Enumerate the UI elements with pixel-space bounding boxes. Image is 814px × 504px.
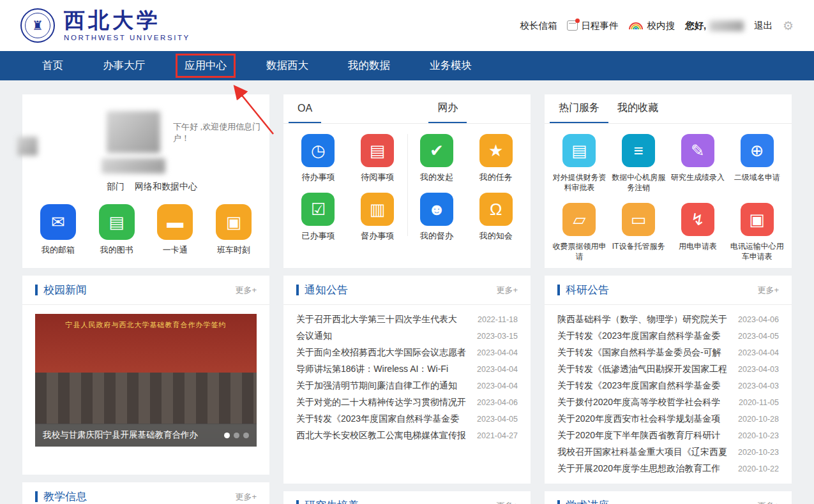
notice-item[interactable]: 导师讲坛第186讲：Wireless AI：Wi-Fi 2023-04-04 — [296, 361, 518, 378]
my-tasks-icon[interactable]: ★ — [479, 134, 513, 167]
teaching-info-more-link[interactable]: 更多+ — [235, 491, 257, 503]
oa-app[interactable]: ✔ 我的发起 — [407, 134, 467, 182]
graduate-more-link[interactable]: 更多+ — [496, 500, 518, 504]
news-photo-crowd — [35, 373, 257, 424]
notification-dot — [575, 19, 580, 23]
my-initiated-icon[interactable]: ✔ — [420, 134, 453, 167]
quick-app[interactable]: ▬ 一卡通 — [157, 204, 193, 255]
my-supervision-icon[interactable]: ☻ — [420, 193, 453, 226]
it-hosting-icon[interactable]: ▭ — [622, 203, 655, 236]
nav-item-data-nwu[interactable]: 数据西大 — [257, 54, 317, 78]
service-app[interactable]: ↯ 用电申请表 — [668, 203, 728, 262]
tab-hot-services[interactable]: 热门服务 — [550, 94, 608, 123]
oa-app[interactable]: ☑ 已办事项 — [289, 193, 348, 241]
campus-news-more-link[interactable]: 更多+ — [235, 285, 257, 296]
notice-item[interactable]: 西北大学长安校区教工公寓电梯媒体宣传报 2021-04-27 — [296, 427, 518, 444]
service-app[interactable]: ⊕ 二级域名申请 — [727, 134, 787, 193]
research-item[interactable]: 陕西基础科学（数学、物理学）研究院关于 2023-04-06 — [557, 311, 779, 328]
vehicle-icon[interactable]: ▣ — [741, 203, 774, 236]
grades-icon[interactable]: ✎ — [681, 134, 714, 167]
research-item[interactable]: 关于转发《低渗透油气田勘探开发国家工程 2023-04-03 — [557, 361, 779, 378]
oa-app[interactable]: ☻ 我的督办 — [407, 193, 467, 241]
todo-icon[interactable]: ◷ — [301, 134, 335, 167]
oa-app[interactable]: ▤ 待阅事项 — [348, 134, 407, 182]
service-app[interactable]: ✎ 研究生成绩录入 — [668, 134, 728, 193]
app-glyph: ★ — [488, 141, 503, 161]
datacenter-icon[interactable]: ≡ — [622, 134, 655, 167]
campus-search-label: 校内搜 — [647, 20, 675, 32]
news-photo[interactable]: 宁县人民政府与西北大学基础教育合作办学签约 我校与甘肃庆阳宁县开展基础教育合作办 — [35, 314, 257, 447]
research-item-date: 2020-10-23 — [738, 431, 779, 440]
nav-item-business-modules[interactable]: 业务模块 — [421, 54, 481, 78]
notice-item[interactable]: 关于加强清明节期间廉洁自律工作的通知 2023-04-04 — [296, 378, 518, 394]
mail-icon[interactable]: ✉ — [40, 204, 76, 240]
app-glyph: ↯ — [691, 210, 705, 230]
lectures-more-link[interactable]: 更多+ — [757, 500, 779, 504]
card-icon[interactable]: ▬ — [157, 204, 193, 240]
notices-more-link[interactable]: 更多+ — [496, 285, 518, 296]
quick-app[interactable]: ▣ 班车时刻 — [216, 204, 252, 255]
tickets-icon[interactable]: ▱ — [562, 203, 596, 236]
bus-icon[interactable]: ▣ — [216, 204, 252, 240]
oa-app[interactable]: ◷ 待办事项 — [289, 134, 348, 182]
logout-button[interactable]: 退出 — [754, 20, 773, 32]
service-app[interactable]: ≡ 数据中心机房服务注销 — [609, 134, 668, 193]
settings-gear-icon[interactable]: ⚙ — [783, 20, 794, 32]
services-tabs: 热门服务 我的收藏 — [545, 94, 792, 124]
app-glyph: ▤ — [370, 141, 386, 161]
tab-oa[interactable]: OA — [289, 94, 321, 123]
book-icon[interactable]: ▤ — [99, 204, 135, 240]
research-item[interactable]: 关于拨付2020年度高等学校哲学社会科学 2020-11-05 — [557, 394, 779, 411]
done-icon[interactable]: ☑ — [301, 193, 335, 226]
toread-icon[interactable]: ▤ — [361, 134, 394, 167]
domain-icon[interactable]: ⊕ — [741, 134, 774, 167]
service-app[interactable]: ▣ 电讯运输中心用车申请表 — [727, 203, 787, 262]
president-mailbox-link[interactable]: 校长信箱 — [520, 20, 557, 32]
carousel-dot-1[interactable] — [224, 433, 230, 438]
notice-item[interactable]: 关于对党的二十大精神传达学习贯彻情况开 2023-04-06 — [296, 394, 518, 411]
notice-item[interactable]: 关于转发《2023年度国家自然科学基金委 2023-04-05 — [296, 411, 518, 427]
university-logo[interactable]: ♜ 西北大学 NORTHWEST UNIVERSITY — [20, 8, 190, 43]
notice-item[interactable]: 会议通知 2023-03-15 — [296, 328, 518, 345]
research-item[interactable]: 关于转发《2023年度国家自然科学基金委 2023-04-03 — [557, 378, 779, 394]
app-glyph: Ω — [490, 200, 502, 219]
notice-title: 导师讲坛第186讲：Wireless AI：Wi-Fi — [296, 364, 469, 375]
research-item[interactable]: 关于开展2020年度学生思想政治教育工作 2020-10-22 — [557, 461, 779, 477]
avatar[interactable] — [107, 111, 160, 153]
my-notify-icon[interactable]: Ω — [479, 193, 513, 226]
tab-my-favorites[interactable]: 我的收藏 — [608, 94, 667, 123]
service-app[interactable]: ▭ IT设备托管服务 — [609, 203, 668, 262]
campus-search-link[interactable]: 校内搜 — [628, 20, 675, 32]
research-item[interactable]: 我校召开国家社科基金重大项目《辽宋西夏 2020-10-23 — [557, 444, 779, 461]
quick-app[interactable]: ▤ 我的图书 — [99, 204, 135, 255]
finance-form-icon[interactable]: ▤ — [562, 134, 596, 167]
carousel-dot-3[interactable] — [243, 433, 249, 438]
research-item[interactable]: 关于转发《2023年度国家自然科学基金委 2023-04-05 — [557, 328, 779, 345]
service-app[interactable]: ▱ 收费票据领用申请 — [550, 203, 609, 262]
service-app[interactable]: ▤ 对外提供财务资料审批表 — [550, 134, 609, 193]
nav-item-service-hall[interactable]: 办事大厅 — [94, 54, 154, 78]
app-glyph: ▤ — [571, 141, 587, 161]
research-item[interactable]: 关于2020年度下半年陕西省教育厅科研计 2020-10-23 — [557, 427, 779, 444]
research-item[interactable]: 关于转发《国家自然科学基金委员会-可解 2023-04-04 — [557, 345, 779, 361]
nav-item-home[interactable]: 首页 — [33, 54, 72, 78]
research-item-date: 2023-04-03 — [738, 365, 779, 374]
supervise-icon[interactable]: ▥ — [361, 193, 394, 226]
oa-app[interactable]: ★ 我的任务 — [466, 134, 525, 182]
notice-item[interactable]: 关于召开西北大学第三十四次学生代表大 2022-11-18 — [296, 311, 518, 328]
research-item[interactable]: 关于2020年度西安市社会科学规划基金项 2020-10-28 — [557, 411, 779, 427]
notice-item[interactable]: 关于面向全校招募西北大学国际会议志愿者 2023-04-04 — [296, 345, 518, 361]
oa-app[interactable]: ▥ 督办事项 — [348, 193, 407, 241]
nav-item-my-data[interactable]: 我的数据 — [339, 54, 399, 78]
quick-app[interactable]: ✉ 我的邮箱 — [40, 204, 76, 255]
app-label: 待办事项 — [301, 172, 335, 182]
oa-body: ◷ 待办事项 ▤ 待阅事项 — [283, 124, 531, 241]
schedule-link[interactable]: 日程事件 — [567, 20, 618, 32]
nav-item-app-center[interactable]: 应用中心 — [176, 54, 236, 78]
oa-app[interactable]: Ω 我的知会 — [466, 193, 525, 241]
carousel-dot-2[interactable] — [234, 433, 239, 438]
tab-online-office[interactable]: 网办 — [428, 94, 467, 123]
research-more-link[interactable]: 更多+ — [757, 285, 779, 296]
greeting-prefix: 您好, — [685, 20, 706, 32]
electricity-icon[interactable]: ↯ — [681, 203, 714, 236]
